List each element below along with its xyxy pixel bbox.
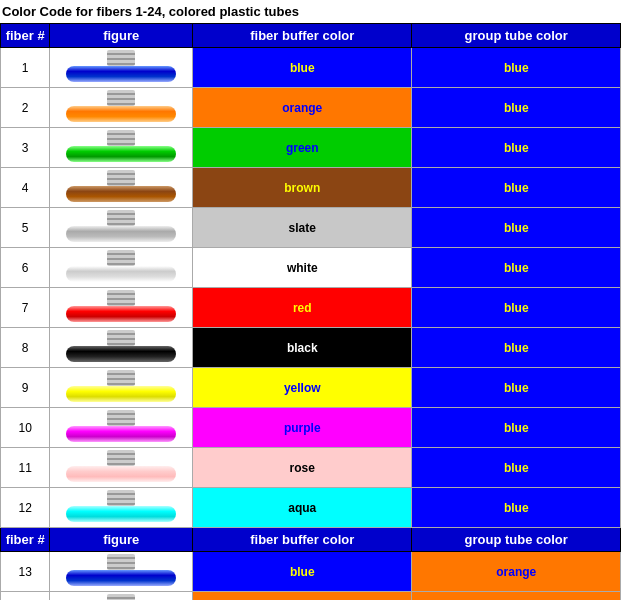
fiber-figure <box>50 448 193 488</box>
buffer-color-cell: purple <box>193 408 412 448</box>
fiber-figure <box>50 248 193 288</box>
fiber-number: 6 <box>1 248 50 288</box>
group-color-cell: blue <box>412 408 621 448</box>
group-color-cell: blue <box>412 328 621 368</box>
fiber-number: 11 <box>1 448 50 488</box>
fiber-number: 10 <box>1 408 50 448</box>
table-row: 7 red blue <box>1 288 621 328</box>
table-row: 6 white blue <box>1 248 621 288</box>
tube-color-bar <box>66 346 176 362</box>
fiber-figure <box>50 408 193 448</box>
buffer-color-cell: black <box>193 328 412 368</box>
table-row: 12 aqua blue <box>1 488 621 528</box>
group-color-cell: blue <box>412 248 621 288</box>
tube-color-bar <box>66 146 176 162</box>
fiber-number: 14 <box>1 592 50 601</box>
table-row: 10 purple blue <box>1 408 621 448</box>
buffer-color-cell: white <box>193 248 412 288</box>
col-fiber-header: fiber # <box>1 24 50 48</box>
tube-color-bar <box>66 570 176 586</box>
lines-icon <box>107 330 135 346</box>
lines-icon <box>107 250 135 266</box>
table-row: 5 slate blue <box>1 208 621 248</box>
buffer-color-cell: brown <box>193 168 412 208</box>
buffer-color-cell: red <box>193 288 412 328</box>
fiber-figure <box>50 208 193 248</box>
fiber-number: 9 <box>1 368 50 408</box>
col-group-header-mid: group tube color <box>412 528 621 552</box>
group-color-cell: blue <box>412 368 621 408</box>
fiber-figure <box>50 48 193 88</box>
table-row: 11 rose blue <box>1 448 621 488</box>
group-color-cell: blue <box>412 88 621 128</box>
table-row: 3 green blue <box>1 128 621 168</box>
tube-color-bar <box>66 306 176 322</box>
col-buffer-header-mid: fiber buffer color <box>193 528 412 552</box>
fiber-number: 7 <box>1 288 50 328</box>
tube-color-bar <box>66 266 176 282</box>
lines-icon <box>107 170 135 186</box>
table-row: 9 yellow blue <box>1 368 621 408</box>
fiber-number: 2 <box>1 88 50 128</box>
fiber-number: 13 <box>1 552 50 592</box>
fiber-figure <box>50 592 193 601</box>
buffer-color-cell: rose <box>193 448 412 488</box>
tube-color-bar <box>66 466 176 482</box>
table-row: 14 orange orange <box>1 592 621 601</box>
tube-color-bar <box>66 506 176 522</box>
buffer-color-cell: blue <box>193 552 412 592</box>
fiber-number: 3 <box>1 128 50 168</box>
lines-icon <box>107 290 135 306</box>
lines-icon <box>107 210 135 226</box>
lines-icon <box>107 490 135 506</box>
lines-icon <box>107 410 135 426</box>
fiber-number: 8 <box>1 328 50 368</box>
fiber-table: fiber # figure fiber buffer color group … <box>0 23 621 600</box>
table-row: 1 blue blue <box>1 48 621 88</box>
fiber-figure <box>50 552 193 592</box>
tube-color-bar <box>66 226 176 242</box>
tube-color-bar <box>66 66 176 82</box>
buffer-color-cell: orange <box>193 88 412 128</box>
group-color-cell: blue <box>412 288 621 328</box>
tube-color-bar <box>66 386 176 402</box>
fiber-figure <box>50 328 193 368</box>
col-group-header: group tube color <box>412 24 621 48</box>
lines-icon <box>107 50 135 66</box>
buffer-color-cell: slate <box>193 208 412 248</box>
fiber-figure <box>50 488 193 528</box>
lines-icon <box>107 554 135 570</box>
tube-color-bar <box>66 106 176 122</box>
lines-icon <box>107 90 135 106</box>
fiber-figure <box>50 288 193 328</box>
group-color-cell: blue <box>412 208 621 248</box>
col-figure-header-mid: figure <box>50 528 193 552</box>
buffer-color-cell: yellow <box>193 368 412 408</box>
group-color-cell: blue <box>412 48 621 88</box>
col-figure-header: figure <box>50 24 193 48</box>
table-row: 2 orange blue <box>1 88 621 128</box>
lines-icon <box>107 450 135 466</box>
buffer-color-cell: orange <box>193 592 412 601</box>
group-color-cell: blue <box>412 488 621 528</box>
fiber-figure <box>50 368 193 408</box>
group-color-cell: orange <box>412 552 621 592</box>
lines-icon <box>107 130 135 146</box>
fiber-number: 1 <box>1 48 50 88</box>
group-color-cell: blue <box>412 168 621 208</box>
table-header-mid: fiber # figure fiber buffer color group … <box>1 528 621 552</box>
buffer-color-cell: aqua <box>193 488 412 528</box>
lines-icon <box>107 594 135 600</box>
table-row: 4 brown blue <box>1 168 621 208</box>
buffer-color-cell: green <box>193 128 412 168</box>
table-row: 13 blue orange <box>1 552 621 592</box>
col-fiber-header-mid: fiber # <box>1 528 50 552</box>
table-row: 8 black blue <box>1 328 621 368</box>
group-color-cell: orange <box>412 592 621 601</box>
fiber-figure <box>50 128 193 168</box>
group-color-cell: blue <box>412 128 621 168</box>
lines-icon <box>107 370 135 386</box>
col-buffer-header: fiber buffer color <box>193 24 412 48</box>
tube-color-bar <box>66 186 176 202</box>
fiber-number: 12 <box>1 488 50 528</box>
